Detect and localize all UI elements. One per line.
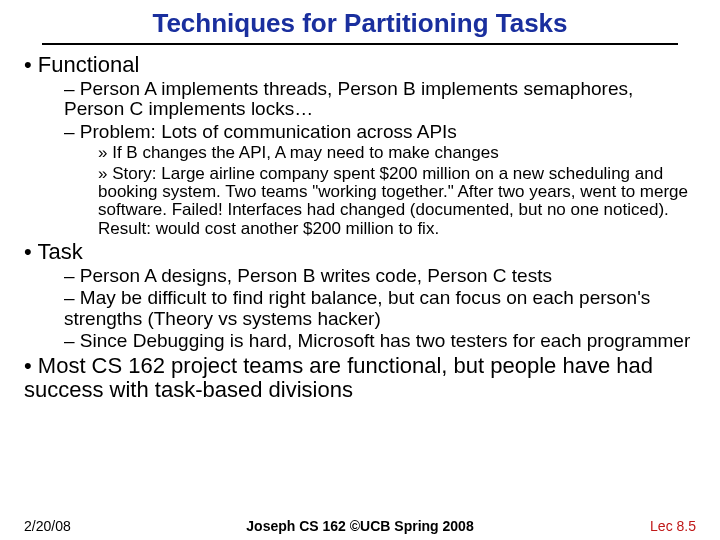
title-underline	[42, 43, 677, 45]
functional-sub-1: Person A implements threads, Person B im…	[64, 79, 698, 120]
bullet-summary: Most CS 162 project teams are functional…	[24, 354, 698, 402]
task-sub-2: May be difficult to find right balance, …	[64, 288, 698, 329]
footer: 2/20/08 Joseph CS 162 ©UCB Spring 2008 L…	[0, 518, 720, 534]
functional-sub-2a: If B changes the API, A may need to make…	[98, 144, 698, 162]
slide: Techniques for Partitioning Tasks Functi…	[0, 0, 720, 540]
functional-sub-2: Problem: Lots of communication across AP…	[64, 122, 698, 143]
task-sub-1: Person A designs, Person B writes code, …	[64, 266, 698, 287]
slide-body: Functional Person A implements threads, …	[22, 53, 698, 401]
task-sub-3: Since Debugging is hard, Microsoft has t…	[64, 331, 698, 352]
bullet-functional: Functional	[24, 53, 698, 77]
footer-lecture: Lec 8.5	[650, 518, 696, 534]
functional-sub-2b: Story: Large airline company spent $200 …	[98, 165, 698, 238]
footer-date: 2/20/08	[24, 518, 71, 534]
slide-title: Techniques for Partitioning Tasks	[22, 8, 698, 39]
bullet-task: Task	[24, 240, 698, 264]
footer-course: Joseph CS 162 ©UCB Spring 2008	[0, 518, 720, 534]
